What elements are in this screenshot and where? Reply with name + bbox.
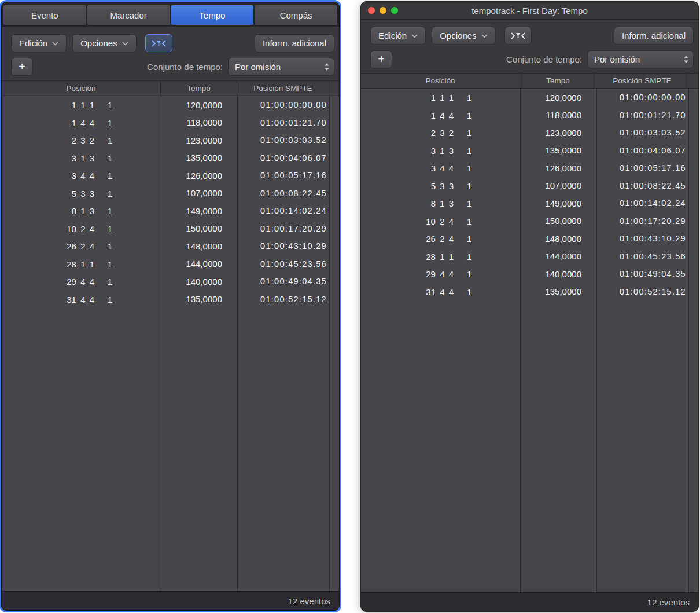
cell-tempo: 120,0000 [520, 93, 596, 102]
event-filter-icon [510, 32, 526, 40]
cell-smpte: 01:00:45:23.56 [237, 259, 329, 269]
column-header-gutter [688, 74, 698, 88]
column-header-tempo: Tempo [520, 74, 596, 88]
position-tick-value: 1 [108, 241, 112, 251]
status-bar: 12 eventos [2, 591, 339, 610]
close-button[interactable] [368, 7, 375, 14]
event-filter-icon [151, 39, 167, 47]
edicion-menu-button[interactable]: Edición [370, 27, 426, 45]
opciones-menu-button[interactable]: Opciones [432, 27, 495, 45]
tab-compas[interactable]: Compás [255, 5, 337, 25]
status-bar: 12 eventos [361, 592, 698, 611]
tempo-event-row[interactable]: 1 4 4 1 118,0000 01:00:01:21.70 [2, 114, 339, 132]
column-header-posicion-smpte: Posición SMPTE [237, 81, 329, 96]
tempo-event-row[interactable]: 2 3 2 1 123,0000 01:00:03:03.52 [361, 124, 698, 142]
minimize-button[interactable] [380, 7, 386, 14]
tempo-set-popup[interactable]: Por omisión [228, 58, 334, 76]
tempo-event-row[interactable]: 31 4 4 1 135,0000 01:00:52:15.12 [2, 291, 339, 309]
cell-position: 31 4 4 1 [2, 291, 161, 309]
position-tick-value: 1 [467, 163, 471, 173]
tempo-event-row[interactable]: 28 1 1 1 144,0000 01:00:45:23.56 [361, 248, 698, 266]
tempo-event-row[interactable]: 3 1 3 1 135,0000 01:00:04:06.07 [2, 149, 339, 167]
position-value: 26 2 4 [67, 241, 94, 251]
position-value: 1 4 4 [72, 118, 94, 127]
cell-tempo: 144,0000 [161, 259, 237, 269]
tempo-event-row[interactable]: 8 1 3 1 149,0000 01:00:14:02.24 [361, 194, 698, 212]
list-editor-tab-bar: Evento Marcador Tempo Compás [2, 2, 339, 27]
window-title: tempotrack - First Day: Tempo [361, 6, 698, 16]
tempo-set-value: Por omisión [594, 54, 640, 64]
cell-smpte: 01:00:14:02.24 [237, 206, 329, 215]
tempo-event-row[interactable]: 3 4 4 1 126,0000 01:00:05:17.16 [2, 167, 339, 185]
position-value: 3 4 4 [431, 163, 454, 173]
tempo-event-row[interactable]: 1 4 4 1 118,0000 01:00:01:21.70 [361, 107, 698, 124]
additional-info-button[interactable]: Inform. adicional [255, 34, 334, 52]
tempo-set-popup[interactable]: Por omisión [587, 50, 694, 68]
tempo-set-value: Por omisión [235, 62, 281, 72]
tempo-event-row[interactable]: 1 1 1 1 120,0000 01:00:00:00.00 [2, 96, 339, 114]
tempo-event-row[interactable]: 2 3 2 1 123,0000 01:00:03:03.52 [2, 131, 339, 149]
tempo-event-row[interactable]: 5 3 3 1 107,0000 01:00:08:22.45 [2, 185, 339, 203]
event-filter-button[interactable] [145, 34, 172, 52]
opciones-menu-button[interactable]: Opciones [72, 34, 136, 52]
tempo-event-row[interactable]: 31 4 4 1 135,0000 01:00:52:15.12 [361, 283, 698, 301]
cell-smpte: 01:00:04:06.07 [237, 153, 329, 163]
table-header: Posición Tempo Posición SMPTE [2, 80, 339, 96]
event-filter-button[interactable] [504, 27, 532, 45]
tab-marcador[interactable]: Marcador [87, 5, 170, 25]
edicion-menu-button[interactable]: Edición [11, 34, 67, 52]
position-value: 10 2 4 [426, 216, 454, 226]
tempo-event-row[interactable]: 26 2 4 1 148,0000 01:00:43:10.29 [361, 230, 698, 248]
cell-position: 5 3 3 1 [361, 177, 520, 195]
cell-tempo: 149,0000 [520, 199, 596, 208]
chevron-down-icon [481, 34, 488, 38]
tempo-event-row[interactable]: 5 3 3 1 107,0000 01:00:08:22.45 [361, 177, 698, 195]
cell-tempo: 149,0000 [161, 206, 237, 216]
tempo-event-row[interactable]: 26 2 4 1 148,0000 01:00:43:10.29 [2, 237, 339, 255]
add-tempo-event-button[interactable]: + [11, 58, 33, 76]
cell-smpte: 01:00:43:10.29 [596, 234, 688, 243]
cell-tempo: 148,0000 [161, 241, 237, 251]
cell-smpte: 01:00:00:00.00 [237, 100, 329, 109]
cell-tempo: 126,0000 [520, 163, 596, 173]
event-count: 12 eventos [647, 597, 690, 607]
up-down-chevrons-icon [324, 63, 330, 71]
tempo-event-row[interactable]: 29 4 4 1 140,0000 01:00:49:04.35 [2, 273, 339, 291]
position-value: 1 4 4 [431, 110, 454, 120]
cell-tempo: 150,0000 [161, 223, 237, 233]
cell-smpte: 01:00:00:00.00 [596, 93, 688, 102]
tempo-event-row[interactable]: 1 1 1 1 120,0000 01:00:00:00.00 [361, 89, 698, 107]
tempo-list-window: tempotrack - First Day: Tempo Edición Op… [360, 1, 699, 612]
tempo-event-row[interactable]: 8 1 3 1 149,0000 01:00:14:02.24 [2, 202, 339, 220]
cell-tempo: 135,0000 [161, 153, 237, 163]
cell-tempo: 107,0000 [161, 188, 237, 198]
tempo-event-row[interactable]: 10 2 4 1 150,0000 01:00:17:20.29 [361, 212, 698, 230]
tempo-event-row[interactable]: 3 4 4 1 126,0000 01:00:05:17.16 [361, 159, 698, 177]
opciones-menu-label: Opciones [440, 31, 476, 41]
edicion-menu-label: Edición [19, 38, 47, 48]
zoom-button[interactable] [391, 7, 398, 14]
tempo-event-row[interactable]: 29 4 4 1 140,0000 01:00:49:04.35 [361, 265, 698, 283]
window-title-bar[interactable]: tempotrack - First Day: Tempo [361, 2, 698, 20]
position-value: 29 4 4 [426, 269, 454, 279]
add-tempo-event-button[interactable]: + [370, 50, 392, 68]
tempo-event-row[interactable]: 3 1 3 1 135,0000 01:00:04:06.07 [361, 142, 698, 160]
additional-info-button[interactable]: Inform. adicional [614, 27, 694, 45]
cell-tempo: 123,0000 [520, 128, 596, 138]
cell-tempo: 120,0000 [161, 100, 237, 110]
up-down-chevrons-icon [683, 55, 689, 64]
edicion-menu-label: Edición [378, 31, 407, 41]
position-tick-value: 1 [467, 128, 471, 138]
position-tick-value: 1 [108, 294, 112, 304]
cell-tempo: 140,0000 [520, 269, 596, 279]
tempo-event-row[interactable]: 28 1 1 1 144,0000 01:00:45:23.56 [2, 255, 339, 273]
position-tick-value: 1 [467, 287, 471, 296]
tab-evento[interactable]: Evento [3, 5, 86, 25]
tab-tempo[interactable]: Tempo [171, 5, 254, 25]
cell-smpte: 01:00:14:02.24 [596, 199, 688, 208]
tempo-event-row[interactable]: 10 2 4 1 150,0000 01:00:17:20.29 [2, 220, 339, 238]
position-value: 1 1 1 [431, 93, 454, 102]
position-tick-value: 1 [467, 199, 471, 208]
cell-position: 1 1 1 1 [361, 89, 520, 107]
cell-tempo: 135,0000 [520, 145, 596, 155]
